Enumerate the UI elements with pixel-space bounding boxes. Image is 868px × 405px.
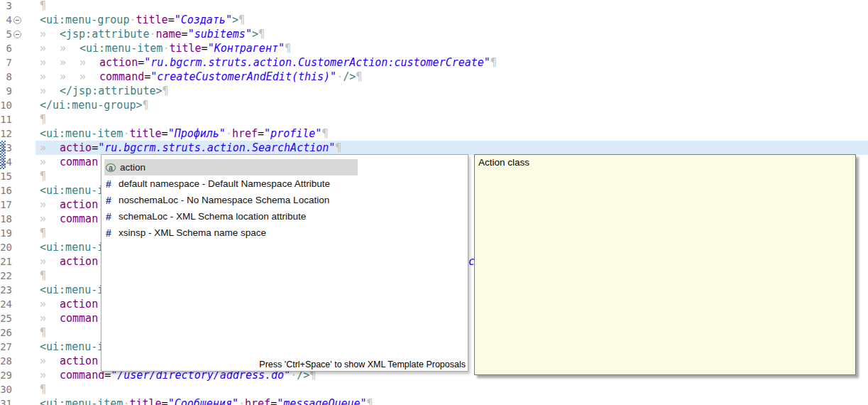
code-token: command <box>99 70 144 83</box>
code-token: ¶ <box>40 170 46 183</box>
code-line-7[interactable]: 7»»»action="ru.bgcrm.struts.action.Custo… <box>0 55 868 70</box>
code-token: = <box>270 397 277 405</box>
code-token: » <box>40 297 60 311</box>
line-number[interactable]: 26 <box>0 325 12 340</box>
code-token: </ui:menu-group> <box>40 99 143 112</box>
line-number[interactable]: 31 <box>0 396 12 405</box>
code-token: ¶ <box>490 56 497 69</box>
code-token: "ru.bgcrm.struts.action.SearchAction" <box>98 141 335 154</box>
line-number[interactable]: 25 <box>0 311 12 325</box>
line-number[interactable]: 4 <box>0 13 12 27</box>
line-number[interactable]: 10 <box>0 98 12 112</box>
code-token: comman <box>60 156 98 168</box>
code-token: ¶ <box>40 326 46 339</box>
line-number[interactable]: 22 <box>0 269 12 283</box>
code-token: » <box>40 311 60 325</box>
proposal-list: aaction#default namespace - Default Name… <box>104 159 358 241</box>
code-text: <ui:menu-i <box>40 283 104 297</box>
code-token: ¶ <box>40 269 46 282</box>
proposal-label: action <box>120 162 145 173</box>
line-number[interactable]: 12 <box>0 126 12 141</box>
code-line-4[interactable]: 4<ui:menu-group·title="Создать">¶ <box>0 13 868 27</box>
line-number[interactable]: 15 <box>0 169 12 183</box>
line-number[interactable]: 23 <box>0 283 12 297</box>
code-text: »comman <box>40 155 98 169</box>
code-token: = <box>202 42 208 55</box>
code-line-30[interactable]: 30¶ <box>0 382 868 396</box>
code-token: action <box>60 355 98 367</box>
code-token: » <box>60 70 79 84</box>
code-line-13[interactable]: 13»actio="ru.bgcrm.struts.action.SearchA… <box>0 141 868 155</box>
code-line-8[interactable]: 8»»»command="createCustomerAndEdit(this)… <box>0 70 868 84</box>
code-text: ¶ <box>40 226 46 240</box>
proposal-item[interactable]: #schemaLoc - XML Schema location attribu… <box>104 208 358 225</box>
line-number[interactable]: 30 <box>0 382 12 396</box>
code-text: »comman <box>40 311 98 325</box>
line-number[interactable]: 21 <box>0 254 12 269</box>
code-token: » <box>40 70 60 84</box>
code-line-10[interactable]: 10</ui:menu-group>¶ <box>0 98 868 112</box>
code-token: "messageQueue" <box>277 397 366 405</box>
code-token: > <box>252 28 258 40</box>
code-token: · <box>336 70 343 83</box>
code-text: »</jsp:attribute>¶ <box>40 84 169 98</box>
code-token: = <box>182 28 188 40</box>
line-number[interactable]: 28 <box>0 354 12 368</box>
fold-collapse-icon[interactable] <box>13 16 21 24</box>
line-number[interactable]: 27 <box>0 340 12 354</box>
line-number[interactable]: 29 <box>0 368 12 382</box>
code-token: » <box>40 55 60 70</box>
code-token: <ui:menu-i <box>40 241 104 254</box>
code-token: ¶ <box>40 0 46 12</box>
line-number[interactable]: 8 <box>0 70 12 84</box>
code-token: "ru.bgcrm.struts.action.CustomerAction:c… <box>144 56 490 69</box>
line-number[interactable]: 7 <box>0 55 12 70</box>
code-token: <jsp:attribute <box>60 28 149 40</box>
code-token: comman <box>60 212 98 225</box>
attribute-proposal-icon: a <box>106 163 116 172</box>
code-line-11[interactable]: 11¶ <box>0 112 868 126</box>
code-token: "Сообщения" <box>168 397 238 405</box>
code-token: » <box>40 141 60 155</box>
code-token: action <box>60 198 98 211</box>
code-token: ¶ <box>322 127 328 140</box>
proposal-item[interactable]: #noschemaLoc - No Namespace Schema Locat… <box>104 192 358 208</box>
proposal-item[interactable]: #default namespace - Default Namespace A… <box>104 176 358 192</box>
code-token: ¶ <box>356 70 362 83</box>
proposal-item[interactable]: #xsinsp - XML Schema name space <box>104 225 358 241</box>
code-token: » <box>60 41 79 55</box>
code-token: ¶ <box>367 397 373 405</box>
quick-diff-change-marker <box>0 141 6 169</box>
line-number[interactable]: 18 <box>0 212 12 226</box>
line-number[interactable]: 19 <box>0 226 12 240</box>
line-number[interactable]: 5 <box>0 27 12 41</box>
code-line-3[interactable]: 3¶ <box>0 0 868 13</box>
template-proposal-icon: # <box>106 211 119 222</box>
line-number[interactable]: 20 <box>0 240 12 254</box>
proposal-item[interactable]: aaction <box>104 159 358 176</box>
code-line-31[interactable]: 31<ui:menu-item·title="Сообщения"·href="… <box>0 396 868 405</box>
line-number[interactable]: 3 <box>0 0 12 13</box>
proposal-info-tooltip: Action class <box>474 154 856 375</box>
line-number[interactable]: 6 <box>0 41 12 55</box>
line-number[interactable]: 9 <box>0 84 12 98</box>
code-token: action <box>99 56 138 69</box>
code-line-5[interactable]: 5»<jsp:attribute·name="subitems">¶ <box>0 27 868 41</box>
code-token: href <box>232 127 258 140</box>
line-number[interactable]: 16 <box>0 183 12 198</box>
code-line-6[interactable]: 6»»<ui:menu-item·title="Контрагент"¶ <box>0 41 868 55</box>
code-line-12[interactable]: 12<ui:menu-item·title="Профиль"·href="pr… <box>0 126 868 141</box>
line-number[interactable]: 17 <box>0 198 12 212</box>
fold-collapse-icon[interactable] <box>13 31 21 38</box>
code-line-9[interactable]: 9»</jsp:attribute>¶ <box>0 84 868 98</box>
code-token: = <box>168 14 175 26</box>
code-text: »»»command="createCustomerAndEdit(this)"… <box>40 70 362 84</box>
line-number[interactable]: 24 <box>0 297 12 311</box>
proposal-label: default namespace - Default Namespace At… <box>119 178 330 189</box>
code-token: ¶ <box>258 28 265 40</box>
code-token: » <box>40 354 60 368</box>
code-token: » <box>60 55 79 70</box>
line-number[interactable]: 11 <box>0 112 12 126</box>
proposal-label: xsinsp - XML Schema name space <box>119 227 266 238</box>
content-assist-popup: aaction#default namespace - Default Name… <box>101 154 468 372</box>
